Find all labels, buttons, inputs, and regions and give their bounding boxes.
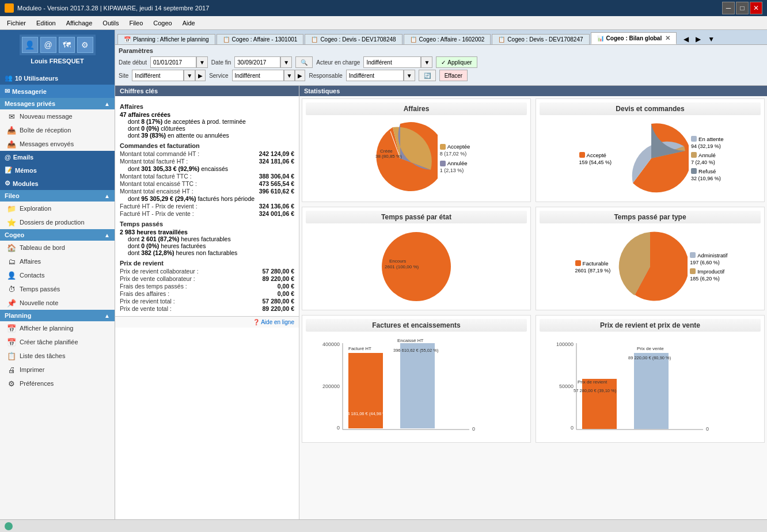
sidebar-item-affaires[interactable]: 🗂 Affaires [0, 254, 115, 268]
sidebar-item-creer-tache[interactable]: 📅 Créer tâche planifiée [0, 335, 115, 349]
tab-devis2-icon: 📋 [498, 36, 505, 43]
email-icon-btn[interactable]: @ [40, 37, 56, 53]
exploration-icon: 📁 [7, 204, 16, 213]
sidebar-item-label: Nouvelle note [20, 299, 58, 306]
sidebar-modules-header[interactable]: ⚙ Modules [0, 177, 115, 190]
messages-collapse-icon[interactable]: ▲ [104, 101, 110, 107]
calendar-btn[interactable]: 🔍 [295, 56, 313, 68]
affaires-chart-container: Créée 38 (80,85 %) Acceptée 8 (17,02 %) [306, 119, 527, 198]
date-debut-input[interactable] [150, 56, 196, 68]
fileo-collapse-icon[interactable]: ▲ [104, 193, 110, 199]
sidebar-user-section: 👤 @ 🗺 ⚙ Louis FRESQUET [0, 30, 115, 71]
sidebar-item-tableau-de-bord[interactable]: 🏠 Tableau de bord [0, 241, 115, 254]
site-input[interactable] [132, 70, 184, 81]
affaires-legend: Acceptée 8 (17,02 %) Annulée 1 (2,13 %) [440, 143, 470, 173]
bottom-bar: ❓ Aide en ligne [115, 316, 299, 328]
site-dropdown[interactable]: ▼ [184, 70, 195, 81]
sidebar-item-afficher-planning[interactable]: 📅 Afficher le planning [0, 321, 115, 335]
tab-bilan-close[interactable]: ✕ [665, 35, 670, 42]
date-fin-dropdown[interactable]: ▼ [280, 56, 292, 68]
temps-total: 2 983 heures travaillées [120, 229, 294, 235]
sidebar-emails-header[interactable]: @ Emails [0, 151, 115, 164]
content-area: Chiffres clés Affaires 47 affaires créée… [115, 86, 767, 519]
modules-icon: ⚙ [5, 180, 10, 187]
preferences-icon: ⚙ [7, 379, 16, 388]
settings-icon-btn[interactable]: ⚙ [77, 37, 93, 53]
production-icon: ⭐ [7, 218, 16, 227]
appliquer-label: Appliquer [447, 59, 472, 66]
sidebar-username: Louis FRESQUET [31, 55, 83, 67]
sidebar-messagerie-header[interactable]: ✉ Messagerie [0, 85, 115, 98]
tab-devis-1708247[interactable]: 📋 Cogeo : Devis - DEV1708247 [492, 34, 589, 44]
sidebar-cogeo-group[interactable]: Cogeo ▲ [0, 229, 115, 241]
close-button[interactable]: ✕ [750, 2, 762, 14]
devis-legend-right: En attente 94 (32,19 %) Annulé 7 (2,40 %… [691, 136, 723, 181]
prix-revient-section-title: Prix de revient [120, 260, 294, 267]
sidebar-item-boite-reception[interactable]: 📥 Boîte de réception [0, 123, 115, 137]
sidebar-users-header[interactable]: 👥 10 Utilisateurs [0, 71, 115, 85]
menu-affichage[interactable]: Affichage [62, 18, 97, 28]
menu-aide[interactable]: Aide [178, 18, 200, 28]
menu-outils[interactable]: Outils [98, 18, 123, 28]
sidebar-item-imprimer[interactable]: 🖨 Imprimer [0, 363, 115, 377]
aide-en-ligne-link[interactable]: ❓ Aide en ligne [253, 319, 294, 325]
svg-rect-24 [634, 353, 669, 429]
tab-bilan-global[interactable]: 📊 Cogeo : Bilan global ✕ [591, 32, 677, 44]
responsable-input[interactable] [346, 70, 404, 81]
service-dropdown[interactable]: ▼ [284, 70, 295, 81]
tabs-bar: 📅 Planning : Afficher le planning 📋 Coge… [115, 30, 767, 45]
sidebar-fileo-group[interactable]: Fileo ▲ [0, 190, 115, 202]
sidebar-item-messages-envoyes[interactable]: 📤 Messages envoyés [0, 137, 115, 151]
cogeo-collapse-icon[interactable]: ▲ [104, 232, 110, 238]
map-icon-btn[interactable]: 🗺 [59, 37, 75, 53]
minimize-button[interactable]: ─ [722, 2, 735, 14]
appliquer-btn[interactable]: ✓ Appliquer [436, 56, 477, 68]
tabs-nav-dropdown[interactable]: ▼ [704, 34, 718, 44]
stats-grid: Affaires Créée [299, 96, 767, 445]
tab-affaire-1602002[interactable]: 📋 Cogeo : Affaire - 1602002 [404, 34, 491, 44]
sidebar-planning-group[interactable]: Planning ▲ [0, 310, 115, 321]
chiffres-cles-title: Chiffres clés [115, 86, 299, 96]
date-fin-input[interactable] [234, 56, 280, 68]
pv-collaborateur-row: Prix de vente collaborateur : 89 220,00 … [120, 275, 294, 282]
temps-type-card: Temps passé par type Facturable 2601 (87… [536, 207, 765, 310]
temps-type-legend-left: Facturable 2601 (87,19 %) [575, 260, 611, 273]
tab-devis-1708248[interactable]: 📋 Cogeo : Devis - DEV1708248 [305, 34, 402, 44]
sidebar-item-nouvelle-note[interactable]: 📌 Nouvelle note [0, 296, 115, 310]
date-debut-dropdown[interactable]: ▼ [196, 56, 208, 68]
responsable-dropdown[interactable]: ▼ [404, 70, 415, 81]
menu-cogeo[interactable]: Cogeo [149, 18, 176, 28]
sidebar-item-liste-taches[interactable]: 📋 Liste des tâches [0, 349, 115, 363]
site-nav[interactable]: ▶ [195, 70, 206, 81]
user-icon-btn[interactable]: 👤 [22, 37, 38, 53]
acteur-input[interactable] [363, 56, 421, 68]
frais-temps-value: 0,00 € [278, 283, 294, 290]
effacer-btn[interactable]: Effacer [439, 70, 468, 81]
tab-planning[interactable]: 📅 Planning : Afficher le planning [117, 34, 215, 44]
sidebar-item-contacts[interactable]: 👤 Contacts [0, 268, 115, 282]
montant-facture-label: Montant total facturé HT : [120, 158, 188, 165]
acteur-dropdown[interactable]: ▼ [421, 56, 432, 68]
sidebar-item-preferences[interactable]: ⚙ Préférences [0, 377, 115, 390]
refresh-btn[interactable]: 🔄 [419, 70, 436, 81]
menu-fileo[interactable]: Fileo [124, 18, 147, 28]
sidebar-item-temps-passes[interactable]: ⏱ Temps passés [0, 282, 115, 296]
sidebar-item-nouveau-message[interactable]: ✉ Nouveau message [0, 109, 115, 123]
menu-edition[interactable]: Edition [32, 18, 60, 28]
menu-fichier[interactable]: Fichier [2, 18, 31, 28]
sidebar-messages-group[interactable]: Messages privés ▲ [0, 98, 115, 109]
tabs-nav-left[interactable]: ◀ [680, 34, 692, 44]
planning-collapse-icon[interactable]: ▲ [104, 313, 110, 319]
sidebar-memos-header[interactable]: 📝 Mémos [0, 164, 115, 177]
service-nav[interactable]: ▶ [295, 70, 305, 81]
sidebar-item-exploration[interactable]: 📁 Exploration [0, 202, 115, 215]
maximize-button[interactable]: □ [736, 2, 749, 14]
svg-text:50000: 50000 [559, 383, 574, 389]
service-input[interactable] [232, 70, 284, 81]
factures-chart-area: 400000 200000 0 Facturé HT 324 181,06 € … [306, 335, 527, 439]
sidebar-item-label: Contacts [20, 272, 44, 279]
sidebar-item-label: Boîte de réception [20, 127, 71, 134]
sidebar-item-dossiers-production[interactable]: ⭐ Dossiers de production [0, 215, 115, 229]
tab-affaire-1301001[interactable]: 📋 Cogeo : Affaire - 1301001 [217, 34, 304, 44]
tabs-nav-right[interactable]: ▶ [692, 34, 704, 44]
